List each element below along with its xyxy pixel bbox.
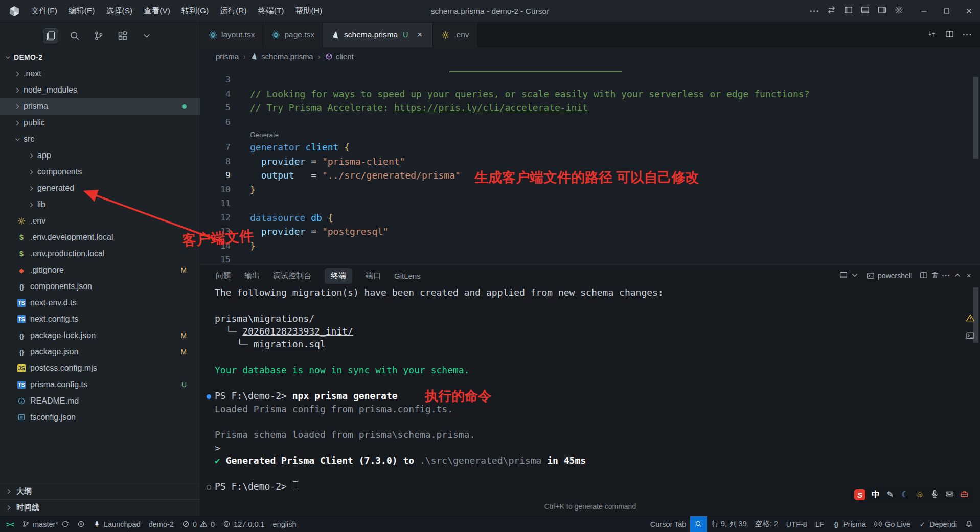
terminal[interactable]: The following migration(s) have been cre… bbox=[200, 286, 980, 516]
status-cursor-position[interactable]: 行 9, 列 39 bbox=[707, 516, 750, 532]
gear-button[interactable] bbox=[895, 6, 903, 16]
menu-item-1[interactable]: 编辑(E) bbox=[63, 6, 101, 16]
status-project[interactable]: demo-2 bbox=[145, 516, 178, 532]
accelerate-link[interactable]: https://pris.ly/cli/accelerate-init bbox=[394, 102, 588, 113]
breadcrumb-item-prisma[interactable]: prisma bbox=[216, 52, 239, 61]
panel-tab-GitLens[interactable]: GitLens bbox=[394, 272, 421, 280]
menu-item-0[interactable]: 文件(F) bbox=[26, 6, 63, 16]
ime-emoji-picker[interactable]: ☺ bbox=[916, 490, 924, 499]
tree-item-node_modules[interactable]: node_modules bbox=[0, 82, 200, 98]
activity-chevron-down[interactable] bbox=[139, 28, 154, 43]
ime-input-mode[interactable]: 中 bbox=[872, 490, 880, 500]
close-window-button[interactable] bbox=[958, 0, 980, 23]
tree-item-prisma[interactable]: prisma bbox=[0, 98, 200, 115]
tree-item-components[interactable]: components bbox=[0, 164, 200, 180]
status-eol[interactable]: LF bbox=[811, 516, 828, 532]
status-go-live[interactable]: Go Live bbox=[870, 516, 915, 532]
status-launchpad[interactable]: Launchpad bbox=[89, 516, 145, 532]
tree-item-.next[interactable]: .next bbox=[0, 65, 200, 82]
tab-close-button[interactable]: × bbox=[415, 30, 424, 40]
tree-item-package-lock.json[interactable]: {}package-lock.jsonM bbox=[0, 327, 200, 344]
status-cursor-tab[interactable]: Cursor Tab bbox=[646, 516, 691, 532]
menu-item-7[interactable]: 帮助(H) bbox=[290, 6, 328, 16]
editor-scrollbar[interactable] bbox=[973, 77, 978, 159]
panel-tab-端口[interactable]: 端口 bbox=[366, 271, 381, 281]
panel-tab-输出[interactable]: 输出 bbox=[244, 271, 260, 281]
tree-item-components.json[interactable]: {}components.json bbox=[0, 278, 200, 295]
status-git-branch[interactable]: master* bbox=[18, 516, 73, 532]
tree-item-.gitignore[interactable]: ◆.gitignoreM bbox=[0, 262, 200, 278]
menu-item-3[interactable]: 查看(V) bbox=[138, 6, 176, 16]
minimize-button[interactable] bbox=[913, 0, 935, 23]
outline-section[interactable]: 大纲 bbox=[0, 483, 200, 499]
tab-.env[interactable]: .env bbox=[433, 23, 477, 47]
menu-item-4[interactable]: 转到(G) bbox=[176, 6, 214, 16]
swap-button[interactable] bbox=[827, 6, 836, 16]
more-button[interactable]: ··· bbox=[810, 7, 819, 16]
editor-action-diff[interactable] bbox=[927, 30, 936, 40]
tree-item-postcss.config.mjs[interactable]: JSpostcss.config.mjs bbox=[0, 360, 200, 376]
tree-item-generated[interactable]: generated bbox=[0, 180, 200, 196]
tree-item-next.config.ts[interactable]: TSnext.config.ts bbox=[0, 311, 200, 327]
ime-toolbox[interactable] bbox=[960, 490, 969, 500]
code-editor[interactable]: 34// Looking for ways to speed up your q… bbox=[200, 65, 980, 265]
tree-item-.env.development.local[interactable]: $.env.development.local bbox=[0, 229, 200, 246]
command-decoration[interactable] bbox=[207, 394, 211, 399]
panel-action-chevron-down[interactable] bbox=[851, 271, 859, 281]
panel-action-trash[interactable] bbox=[931, 271, 939, 281]
status-dependi[interactable]: ✓Dependi bbox=[915, 516, 961, 532]
tree-item-README.md[interactable]: README.md bbox=[0, 393, 200, 409]
tree-item-next-env.d.ts[interactable]: TSnext-env.d.ts bbox=[0, 295, 200, 311]
menu-item-6[interactable]: 终端(T) bbox=[253, 6, 290, 16]
menu-item-2[interactable]: 选择(S) bbox=[100, 6, 138, 16]
panel-right-button[interactable] bbox=[878, 6, 886, 16]
status-indentation[interactable]: 空格: 2 bbox=[751, 516, 782, 532]
tree-item-.env[interactable]: .env bbox=[0, 213, 200, 229]
panel-tab-终端[interactable]: 终端 bbox=[325, 268, 352, 284]
breadcrumb-item-client[interactable]: client bbox=[325, 52, 354, 61]
menu-item-5[interactable]: 运行(R) bbox=[214, 6, 253, 16]
status-remote[interactable]: >< bbox=[2, 516, 18, 532]
panel-tab-调试控制台[interactable]: 调试控制台 bbox=[273, 271, 311, 281]
ime-night-mode[interactable]: ☾ bbox=[901, 490, 909, 499]
status-zoom[interactable] bbox=[690, 516, 707, 532]
ime-voice-input[interactable] bbox=[930, 490, 939, 500]
tree-item-lib[interactable]: lib bbox=[0, 196, 200, 213]
tree-item-public[interactable]: public bbox=[0, 115, 200, 131]
panel-action-chevron-up[interactable] bbox=[953, 271, 962, 281]
tree-root[interactable]: DEMO-2 bbox=[0, 49, 200, 65]
tree-item-package.json[interactable]: {}package.jsonM bbox=[0, 344, 200, 360]
status-language-mode[interactable]: {}Prisma bbox=[828, 516, 870, 532]
status-notifications[interactable] bbox=[961, 516, 977, 532]
editor-action-split[interactable] bbox=[945, 30, 954, 40]
activity-extensions[interactable] bbox=[115, 28, 130, 43]
tab-page.tsx[interactable]: page.tsx bbox=[263, 23, 323, 47]
status-live-server-host[interactable]: 127.0.0.1 bbox=[219, 516, 268, 532]
tab-schema.prisma[interactable]: schema.prismaU× bbox=[323, 23, 433, 47]
panel-action-panel-bottom[interactable] bbox=[839, 271, 848, 281]
terminal-file-link[interactable]: 20260128233932_init/ bbox=[242, 326, 353, 337]
status-encoding[interactable]: UTF-8 bbox=[782, 516, 811, 532]
activity-source-control[interactable] bbox=[91, 28, 106, 43]
tree-item-tsconfig.json[interactable]: tsconfig.json bbox=[0, 409, 200, 426]
status-gitlens-focus[interactable] bbox=[73, 516, 89, 532]
terminal-file-link[interactable]: migration.sql bbox=[254, 339, 326, 349]
tree-item-src[interactable]: src bbox=[0, 131, 200, 147]
tree-item-app[interactable]: app bbox=[0, 147, 200, 164]
status-keyboard-language[interactable]: english bbox=[269, 516, 301, 532]
panel-action-split[interactable] bbox=[920, 271, 928, 281]
command-decoration[interactable] bbox=[207, 485, 211, 490]
activity-search[interactable] bbox=[67, 28, 82, 43]
maximize-button[interactable] bbox=[935, 0, 958, 23]
panel-left-button[interactable] bbox=[844, 6, 853, 16]
panel-bottom-button[interactable] bbox=[861, 6, 870, 16]
activity-explorer[interactable] bbox=[43, 28, 58, 43]
panel-action-more[interactable]: ··· bbox=[942, 272, 950, 280]
panel-tab-问题[interactable]: 问题 bbox=[216, 271, 231, 281]
timeline-section[interactable]: 时间线 bbox=[0, 499, 200, 516]
ime-sogou-logo[interactable]: S bbox=[854, 489, 865, 500]
shell-selector[interactable]: powershell bbox=[867, 272, 912, 280]
panel-action-close-x[interactable]: × bbox=[965, 272, 973, 280]
ime-virtual-keyboard[interactable] bbox=[945, 490, 954, 500]
tab-layout.tsx[interactable]: layout.tsx bbox=[200, 23, 263, 47]
